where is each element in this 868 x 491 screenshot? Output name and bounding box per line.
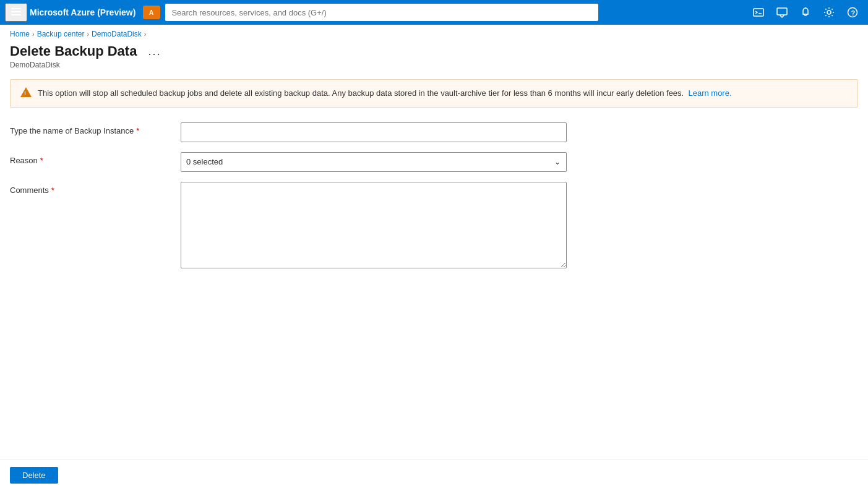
- svg-rect-1: [11, 11, 21, 12]
- brand-title: Microsoft Azure (Preview): [30, 7, 135, 17]
- search-input[interactable]: [165, 4, 598, 21]
- bottom-bar: Delete: [0, 459, 868, 491]
- help-icon-button[interactable]: ?: [842, 4, 863, 20]
- settings-icon-button[interactable]: [819, 4, 840, 20]
- delete-button[interactable]: Delete: [10, 467, 58, 484]
- comments-textarea[interactable]: [181, 182, 567, 268]
- more-options-button[interactable]: ...: [144, 44, 165, 59]
- warning-banner: This option will stop all scheduled back…: [10, 79, 858, 108]
- reason-required-star: *: [40, 156, 43, 165]
- instance-name-input[interactable]: [181, 122, 567, 142]
- comments-row: Comments *: [10, 182, 567, 270]
- notifications-icon-button[interactable]: [795, 4, 816, 20]
- svg-rect-5: [754, 9, 763, 16]
- reason-select[interactable]: 0 selected: [181, 152, 567, 172]
- breadcrumb-demo-data-disk[interactable]: DemoDataDisk: [92, 30, 142, 38]
- breadcrumb: Home › Backup center › DemoDataDisk ›: [0, 25, 868, 43]
- learn-more-link[interactable]: Learn more.: [688, 88, 731, 98]
- warning-icon: [20, 87, 32, 97]
- page-header: Delete Backup Data ...: [10, 43, 858, 59]
- reason-dropdown-wrap: 0 selected ⌄: [181, 152, 567, 172]
- topbar: Microsoft Azure (Preview) A ?: [0, 0, 868, 25]
- topbar-icon-group: ?: [748, 4, 863, 20]
- svg-text:A: A: [149, 9, 153, 16]
- breadcrumb-sep-2: ›: [87, 30, 89, 38]
- page-subtitle: DemoDataDisk: [10, 61, 858, 69]
- reason-label: Reason *: [10, 152, 171, 165]
- comments-textarea-wrap: [181, 182, 567, 270]
- svg-point-9: [827, 11, 831, 14]
- breadcrumb-home[interactable]: Home: [10, 30, 30, 38]
- instance-label: Type the name of Backup Instance *: [10, 122, 171, 135]
- hamburger-menu-button[interactable]: [5, 3, 27, 22]
- terminal-icon-button[interactable]: [748, 4, 769, 20]
- page-title: Delete Backup Data: [10, 43, 137, 59]
- reason-row: Reason * 0 selected ⌄: [10, 152, 567, 172]
- warning-text: This option will stop all scheduled back…: [38, 87, 732, 100]
- svg-text:?: ?: [851, 9, 856, 17]
- svg-rect-7: [777, 8, 787, 15]
- comments-required-star: *: [51, 186, 54, 195]
- breadcrumb-sep-1: ›: [32, 30, 35, 38]
- feedback-icon-button[interactable]: [771, 4, 793, 20]
- breadcrumb-sep-3: ›: [144, 30, 147, 38]
- azure-badge: A: [143, 6, 160, 19]
- instance-input-wrap: [181, 122, 567, 142]
- backup-instance-row: Type the name of Backup Instance *: [10, 122, 567, 142]
- instance-required-star: *: [136, 126, 139, 135]
- svg-rect-0: [11, 8, 21, 9]
- form-section: Type the name of Backup Instance * Reaso…: [10, 122, 567, 280]
- breadcrumb-backup-center[interactable]: Backup center: [37, 30, 85, 38]
- comments-label: Comments *: [10, 182, 171, 195]
- svg-rect-2: [11, 14, 21, 15]
- main-content: Delete Backup Data ... DemoDataDisk This…: [0, 43, 868, 459]
- reason-select-wrap: 0 selected ⌄: [181, 152, 567, 172]
